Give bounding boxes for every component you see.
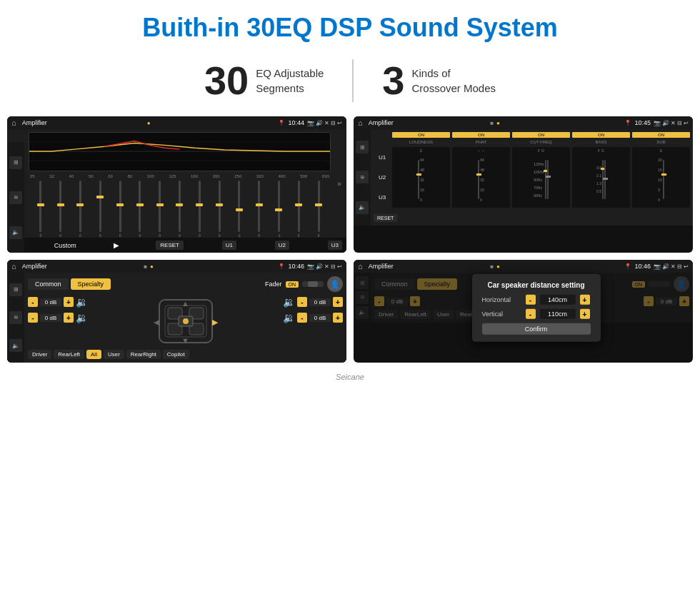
u-label-2[interactable]: U2 [379, 174, 386, 181]
sp-minus-lt[interactable]: - [28, 297, 38, 307]
xo-side-btn-2[interactable]: ≋ [356, 171, 369, 183]
screen4-time: 10:46 [634, 263, 651, 270]
back-icon-2[interactable]: ↩ [684, 120, 689, 126]
sp-btn-all[interactable]: All [86, 350, 101, 359]
sp-plus-rb[interactable]: + [333, 313, 343, 323]
eq-slider-8[interactable]: 0 [190, 181, 209, 238]
location-icon-3: 📍 [278, 263, 285, 270]
eq-side-btn-3[interactable]: 🔈 [9, 226, 22, 239]
tab-common-3[interactable]: Common [28, 278, 69, 290]
sp-plus-rt[interactable]: + [333, 297, 343, 307]
close-icon-2: ✕ [671, 120, 676, 126]
sp-btn-copilot[interactable]: Copilot [163, 350, 189, 359]
u-label-3[interactable]: U3 [379, 194, 386, 201]
eq-slider-7[interactable]: 0 [171, 181, 189, 238]
fader-slider-3[interactable] [302, 281, 324, 287]
ch-on-bass[interactable]: ON [572, 132, 630, 138]
eq-slider-1[interactable]: 0 [51, 181, 70, 238]
eq-slider-5[interactable]: 0 [131, 181, 149, 238]
sp-side-btn-3[interactable]: 🔈 [9, 339, 22, 352]
nav-arrow-down[interactable]: ▼ [181, 336, 189, 345]
eq-slider-13[interactable]: 0 [289, 181, 308, 238]
back-icon-3[interactable]: ↩ [337, 263, 342, 270]
xo-slider-phat-1[interactable] [478, 160, 479, 199]
eq-slider-14[interactable]: 0 [309, 181, 328, 238]
xo-side-btn-3[interactable]: 🔈 [356, 201, 369, 214]
layout-icon-4: ⊟ [677, 263, 682, 270]
xo-reset-btn[interactable]: RESET [374, 214, 397, 222]
eq-slider-11[interactable]: 0 [250, 181, 269, 238]
dialog-horizontal-plus[interactable]: + [580, 295, 590, 305]
layout-icon-2: ⊟ [677, 120, 682, 126]
sp-minus-lb[interactable]: - [28, 313, 38, 323]
ch-label-cutfreq: CUT FREQ [512, 140, 570, 144]
avatar-icon-3[interactable]: 👤 [327, 276, 343, 292]
tab-specialty-3[interactable]: Specialty [71, 278, 111, 290]
sp-btn-driver[interactable]: Driver [28, 350, 51, 359]
dialog-vertical-minus[interactable]: - [526, 309, 536, 319]
xo-slider-bass-1[interactable] [602, 160, 604, 199]
sp-plus-lt[interactable]: + [64, 297, 74, 307]
eq-next-btn[interactable]: ▶ [114, 241, 119, 249]
eq-slider-4[interactable]: 0 [111, 181, 129, 238]
sp-minus-rt[interactable]: - [297, 297, 307, 307]
eq-side-btn-2[interactable]: ≋ [9, 191, 22, 204]
ch-on-phat[interactable]: ON [452, 132, 510, 138]
nav-arrow-right[interactable]: ▶ [212, 318, 218, 326]
xo-slider-cutfreq-2[interactable] [547, 160, 549, 199]
dialog-confirm-btn[interactable]: Confirm [482, 323, 591, 335]
xo-slider-sub-1[interactable] [663, 160, 664, 199]
screen3-body: ⊞ ≋ 🔈 Common Specialty Fader ON 👤 [7, 273, 346, 363]
sp4-minus-lt: - [374, 296, 384, 306]
eq-slider-3[interactable]: 5 [91, 181, 109, 238]
sp-btn-user[interactable]: User [104, 350, 124, 359]
back-icon-4[interactable]: ↩ [684, 263, 689, 270]
sp4-plus-rt: + [679, 296, 689, 306]
xo-side-btn-1[interactable]: ⊞ [356, 141, 369, 153]
eq-slider-6[interactable]: 0 [151, 181, 169, 238]
volume-icon-4: 🔊 [662, 263, 669, 270]
eq-slider-0[interactable]: 0 [31, 181, 50, 238]
home-icon-3[interactable]: ⌂ [11, 262, 16, 271]
eq-reset-btn[interactable]: RESET [156, 241, 184, 250]
nav-arrow-up[interactable]: ▲ [181, 299, 189, 308]
eq-sliders: 0 0 0 5 [29, 181, 331, 238]
sp-btn-rear-left[interactable]: RearLeft [54, 350, 84, 359]
screen3-on-badge[interactable]: ON [286, 281, 299, 288]
eq-next-arrow[interactable]: » [337, 180, 341, 188]
sp-side-btn-1[interactable]: ⊞ [9, 283, 22, 296]
screen1-dot: ● [147, 120, 151, 126]
sp-plus-lb[interactable]: + [64, 313, 74, 323]
home-icon-2[interactable]: ⌂ [358, 118, 363, 127]
eq-slider-10[interactable]: -1 [230, 181, 249, 238]
eq-u1-btn[interactable]: U1 [222, 241, 236, 250]
sp-btn-rear-right[interactable]: RearRight [126, 350, 161, 359]
camera-icon-4: 📷 [654, 263, 661, 270]
sp-minus-rb[interactable]: - [297, 313, 307, 323]
eq-side-btn-1[interactable]: ⊞ [9, 156, 22, 169]
nav-arrow-left[interactable]: ◀ [154, 318, 159, 326]
xo-slider-bass-2[interactable] [604, 160, 606, 199]
screen3-time: 10:46 [288, 263, 304, 270]
screen3-fader-label: Fader [265, 281, 282, 288]
xo-slider-loudness-1[interactable] [418, 160, 419, 199]
sp-side-btn-2[interactable]: ≋ [9, 311, 22, 324]
eq-u2-btn[interactable]: U2 [275, 241, 289, 250]
dialog-horizontal-label: Horizontal [482, 296, 521, 303]
sp-db-left-top: - 0 dB + 🔉 [28, 296, 88, 308]
home-icon-1[interactable]: ⌂ [11, 118, 16, 127]
u-label-1[interactable]: U1 [379, 154, 386, 161]
eq-slider-12[interactable]: -1 [270, 181, 289, 238]
back-icon-1[interactable]: ↩ [337, 120, 342, 126]
ch-on-cutfreq[interactable]: ON [512, 132, 570, 138]
eq-slider-9[interactable]: 0 [210, 181, 229, 238]
eq-u3-btn[interactable]: U3 [328, 241, 342, 250]
dialog-horizontal-minus[interactable]: - [526, 295, 536, 305]
dialog-vertical-plus[interactable]: + [580, 309, 590, 319]
xo-slider-cutfreq-1[interactable] [545, 160, 546, 199]
sp4-val-lt: 0 dB [386, 298, 408, 306]
ch-on-sub[interactable]: ON [632, 132, 690, 138]
home-icon-4[interactable]: ⌂ [358, 262, 363, 271]
ch-on-loudness[interactable]: ON [392, 132, 450, 138]
eq-slider-2[interactable]: 0 [71, 181, 90, 238]
